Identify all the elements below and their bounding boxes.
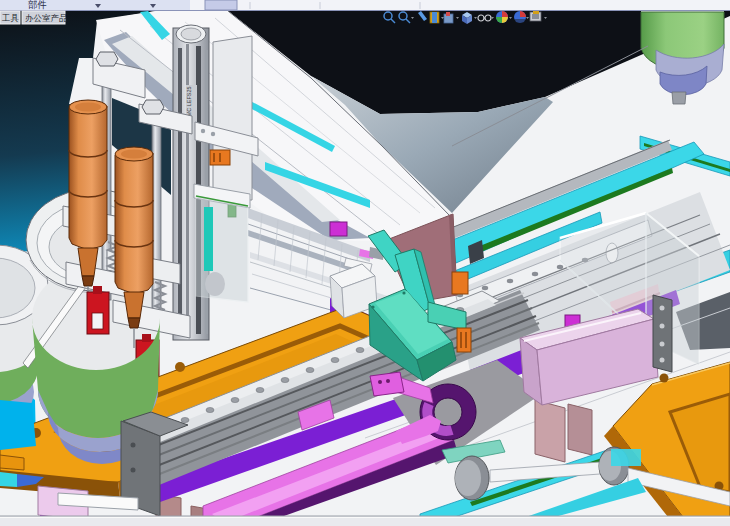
svg-text:部件: 部件 [28, 0, 47, 10]
svg-text:工具: 工具 [1, 13, 19, 23]
svg-text:办公室产品: 办公室产品 [25, 13, 68, 23]
